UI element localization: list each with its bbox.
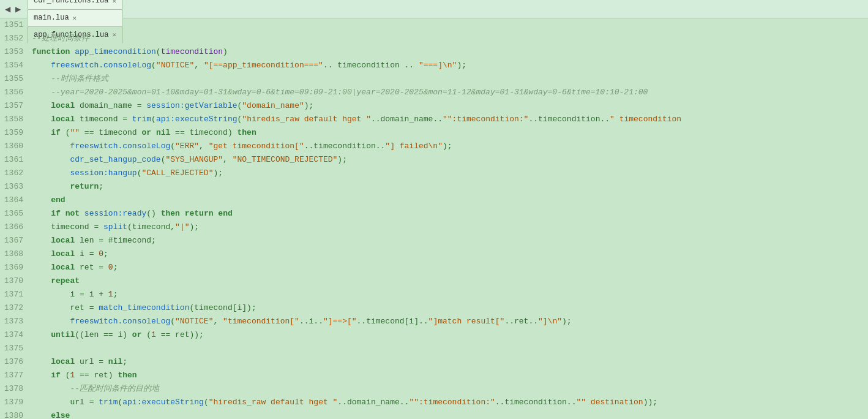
line-number: 1370 — [0, 276, 32, 285]
line-number: 1364 — [0, 195, 32, 205]
line-number: 1358 — [0, 115, 32, 124]
tab-close-button[interactable]: ✕ — [112, 0, 116, 5]
line-number: 1378 — [0, 384, 32, 393]
line-content: local i = 0; — [32, 247, 868, 261]
code-area: 1351 1352--处理时间条件1353function app_timeco… — [0, 18, 868, 419]
code-line: 1355 --时间条件格式 — [0, 72, 868, 86]
line-number: 1366 — [0, 222, 32, 232]
line-content: freeswitch.consoleLog("NOTICE", "timecon… — [32, 315, 868, 328]
line-number: 1356 — [0, 88, 32, 97]
line-content: i = i + 1; — [32, 288, 868, 301]
code-line: 1356 --year=2020-2025&mon=01-10&mday=01-… — [0, 86, 868, 99]
line-number: 1379 — [0, 398, 32, 407]
line-number: 1365 — [0, 209, 32, 218]
code-line: 1378 --匹配时间条件的目的地 — [0, 382, 868, 396]
code-line: 1366 timecond = split(timecond,"|"); — [0, 221, 868, 234]
line-content: ret = match_timecondition(timecond[i]); — [32, 301, 868, 315]
code-line: 1377 if (1 == ret) then — [0, 369, 868, 382]
code-line: 1367 local len = #timecond; — [0, 234, 868, 247]
line-number: 1377 — [0, 371, 32, 380]
line-number: 1354 — [0, 61, 32, 70]
code-line: 1353function app_timecondition(timecondi… — [0, 45, 868, 59]
line-number: 1373 — [0, 317, 32, 326]
line-content: function app_timecondition(timecondition… — [32, 45, 868, 59]
tab-cdr-functions-lua[interactable]: cdr_functions.lua✕ — [27, 0, 123, 9]
code-line: 1361 cdr_set_hangup_code("SYS_HANGUP", "… — [0, 153, 868, 167]
line-number: 1368 — [0, 249, 32, 259]
code-line: 1364 end — [0, 194, 868, 207]
line-content — [32, 18, 868, 32]
code-line: 1369 local ret = 0; — [0, 261, 868, 274]
line-content: --处理时间条件 — [32, 32, 868, 45]
line-content: --year=2020-2025&mon=01-10&mday=01-31&wd… — [32, 86, 868, 99]
tab-bar: ◀ ▶ cdr.lua✕cdr_functions.lua✕main.lua✕a… — [0, 0, 868, 18]
nav-back-button[interactable]: ◀ — [2, 4, 13, 15]
line-content: freeswitch.consoleLog("ERR", "get timeco… — [32, 140, 868, 153]
line-number: 1371 — [0, 290, 32, 299]
code-line: 1371 i = i + 1; — [0, 288, 868, 301]
code-line: 1380 else — [0, 409, 868, 419]
line-content: --匹配时间条件的目的地 — [32, 382, 868, 396]
line-number: 1362 — [0, 168, 32, 178]
code-line: 1351 — [0, 18, 868, 32]
code-line: 1363 return; — [0, 180, 868, 194]
line-content: local url = nil; — [32, 355, 868, 369]
code-line: 1379 url = trim(api:executeString("hired… — [0, 396, 868, 409]
line-content: end — [32, 194, 868, 207]
code-line: 1374 until((len == i) or (1 == ret)); — [0, 328, 868, 342]
line-number: 1357 — [0, 101, 32, 110]
nav-forward-button[interactable]: ▶ — [13, 4, 23, 15]
code-line: 1370 repeat — [0, 274, 868, 288]
line-content: url = trim(api:executeString("hiredis_ra… — [32, 396, 868, 409]
code-line: 1362 session:hangup("CALL_REJECTED"); — [0, 167, 868, 180]
line-content: freeswitch.consoleLog("NOTICE", "[==app_… — [32, 59, 868, 72]
line-content: local timecond = trim(api:executeString(… — [32, 113, 868, 126]
line-content: cdr_set_hangup_code("SYS_HANGUP", "NO_TI… — [32, 153, 868, 167]
line-number: 1375 — [0, 344, 32, 353]
line-content: if not session:ready() then return end — [32, 207, 868, 221]
code-line: 1352--处理时间条件 — [0, 32, 868, 45]
line-number: 1361 — [0, 155, 32, 164]
line-number: 1359 — [0, 128, 32, 137]
line-content: if (1 == ret) then — [32, 369, 868, 382]
line-number: 1380 — [0, 411, 32, 419]
line-content: timecond = split(timecond,"|"); — [32, 221, 868, 234]
line-number: 1374 — [0, 330, 32, 339]
line-number: 1360 — [0, 142, 32, 151]
line-content: local ret = 0; — [32, 261, 868, 274]
code-line: 1360 freeswitch.consoleLog("ERR", "get t… — [0, 140, 868, 153]
code-line: 1372 ret = match_timecondition(timecond[… — [0, 301, 868, 315]
code-line: 1357 local domain_name = session:getVari… — [0, 99, 868, 113]
code-line: 1373 freeswitch.consoleLog("NOTICE", "ti… — [0, 315, 868, 328]
line-content: until((len == i) or (1 == ret)); — [32, 328, 868, 342]
nav-arrows: ◀ ▶ — [2, 4, 23, 15]
line-number: 1372 — [0, 303, 32, 312]
line-content: repeat — [32, 274, 868, 288]
line-content: --时间条件格式 — [32, 72, 868, 86]
line-number: 1376 — [0, 357, 32, 366]
code-line: 1358 local timecond = trim(api:executeSt… — [0, 113, 868, 126]
code-line: 1365 if not session:ready() then return … — [0, 207, 868, 221]
line-content — [32, 342, 868, 355]
line-number: 1353 — [0, 47, 32, 56]
code-line: 1354 freeswitch.consoleLog("NOTICE", "[=… — [0, 59, 868, 72]
line-content: local len = #timecond; — [32, 234, 868, 247]
code-line: 1376 local url = nil; — [0, 355, 868, 369]
line-content: else — [32, 409, 868, 419]
line-number: 1352 — [0, 34, 32, 43]
code-line: 1359 if ("" == timecond or nil == timeco… — [0, 126, 868, 140]
line-content: return; — [32, 180, 868, 194]
line-content: if ("" == timecond or nil == timecond) t… — [32, 126, 868, 140]
code-line: 1375 — [0, 342, 868, 355]
line-number: 1367 — [0, 236, 32, 245]
code-line: 1368 local i = 0; — [0, 247, 868, 261]
line-content: session:hangup("CALL_REJECTED"); — [32, 167, 868, 180]
tab-label: cdr_functions.lua — [34, 0, 108, 5]
line-number: 1351 — [0, 20, 32, 29]
line-number: 1363 — [0, 182, 32, 191]
line-number: 1355 — [0, 74, 32, 83]
line-number: 1369 — [0, 263, 32, 272]
line-content: local domain_name = session:getVariable(… — [32, 99, 868, 113]
